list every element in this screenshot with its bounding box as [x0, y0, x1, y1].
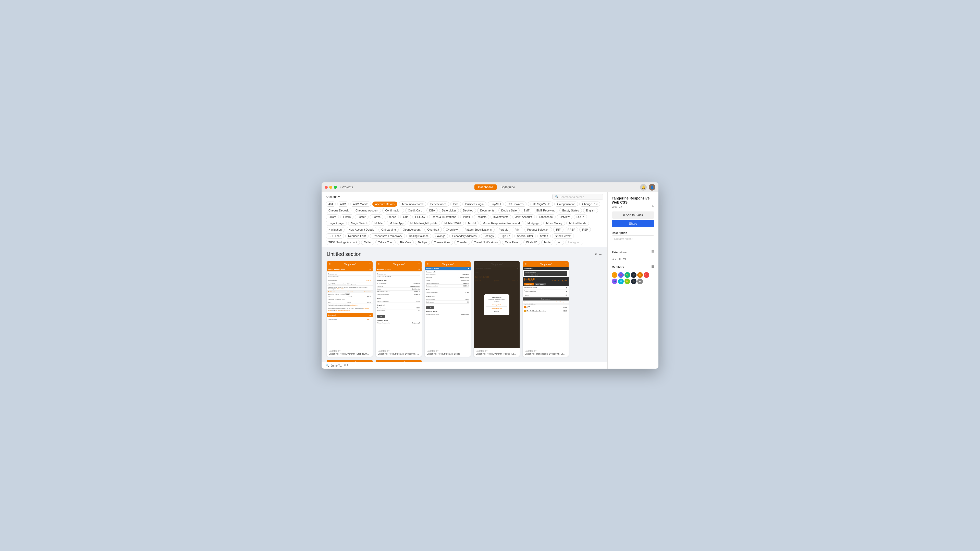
tab-styleguide[interactable]: Styleguide — [497, 184, 519, 190]
tag-desktop[interactable]: Desktop — [460, 208, 476, 213]
tag-emt[interactable]: EMT — [521, 208, 532, 213]
tag-cafe[interactable]: Cafe SignMeUp — [528, 202, 553, 206]
tag-mobile-swat[interactable]: Mobile SWAT — [442, 221, 464, 226]
tag-heloc[interactable]: HELOC — [412, 214, 428, 219]
tag-navigation[interactable]: Navigation — [326, 227, 345, 232]
tag-404[interactable]: 404 — [326, 202, 336, 206]
section-dropdown-btn[interactable]: ▾ — [595, 252, 597, 257]
extensions-settings-icon[interactable]: ☰ — [651, 250, 654, 254]
tag-move-money[interactable]: Move Money — [543, 221, 565, 226]
tag-rrsp[interactable]: RRSP — [565, 227, 578, 232]
tag-onboarding[interactable]: Onboarding — [379, 227, 399, 232]
tag-product-selection[interactable]: Product Selection — [525, 227, 552, 232]
tag-joint-account[interactable]: Joint Account — [512, 214, 535, 219]
tag-log-in[interactable]: Log in — [574, 214, 587, 219]
tag-insights[interactable]: Insights — [474, 214, 489, 219]
tag-grid[interactable]: Grid — [400, 214, 411, 219]
add-to-slack-button[interactable]: # Add to Slack — [612, 211, 654, 219]
tag-change-pin[interactable]: Change PIN — [579, 202, 600, 206]
tag-chequing[interactable]: Chequing Account — [353, 208, 381, 213]
bell-icon[interactable]: 🔔 — [640, 184, 647, 191]
tag-transactions[interactable]: Transactions — [431, 240, 453, 245]
accrued-interest-btn[interactable]: Accrued interest — [486, 306, 508, 310]
card-transactions-dropdown[interactable]: ☰ Tangerine7 ? Transactions Account deta… — [523, 261, 569, 357]
tag-tooltips[interactable]: Tooltips — [415, 240, 430, 245]
close-button[interactable] — [325, 186, 328, 189]
tag-investments[interactable]: Investments — [490, 214, 511, 219]
tag-streetperfect[interactable]: StreetPerfect — [552, 233, 574, 238]
description-area[interactable]: Got any notes? — [612, 235, 654, 248]
tag-reduced-font[interactable]: Reduced Font — [345, 233, 369, 238]
tag-footer[interactable]: Footer — [355, 214, 369, 219]
tag-savings[interactable]: Savings — [433, 233, 448, 238]
tag-modal[interactable]: Modal — [465, 221, 479, 226]
edit-icon[interactable]: ✎ — [652, 205, 654, 208]
minimize-button[interactable] — [329, 186, 332, 189]
tag-abm-mobile[interactable]: ABM Mobile — [350, 202, 371, 206]
tag-mobile-insight[interactable]: Mobile Insight Update — [407, 221, 440, 226]
tag-portrait[interactable]: Portrait — [496, 227, 511, 232]
tag-date-picker[interactable]: Date picker — [439, 208, 459, 213]
tag-cc-rewards[interactable]: CC Rewards — [505, 202, 526, 206]
tag-new-account[interactable]: New Account Details — [346, 227, 377, 232]
avatar-icon[interactable]: 👤 — [649, 184, 655, 191]
tag-landscape[interactable]: Landscape — [536, 214, 555, 219]
tag-overdraft[interactable]: Overdraft — [425, 227, 442, 232]
card-account-details-leslie[interactable]: ☰ Tangerine7 ? Account details ▼ Account… — [425, 261, 471, 357]
tag-documents[interactable]: Documents — [477, 208, 497, 213]
tag-pattern[interactable]: Pattern Specifications — [462, 227, 494, 232]
section-more-btn[interactable]: ··· — [599, 252, 602, 257]
share-button[interactable]: Share — [612, 220, 654, 227]
tag-mobile[interactable]: Mobile — [372, 221, 385, 226]
tag-beneficiaries[interactable]: Beneficiaries — [428, 202, 449, 206]
tag-account-overview[interactable]: Account overview — [399, 202, 426, 206]
tag-transfer[interactable]: Transfer — [454, 240, 470, 245]
tag-mg[interactable]: mg — [555, 240, 564, 245]
tag-mobile-app[interactable]: Mobile App — [387, 221, 406, 226]
tag-inbox[interactable]: Inbox — [460, 214, 473, 219]
tag-abm[interactable]: ABM — [337, 202, 349, 206]
tag-mortgage[interactable]: Mortgage — [525, 221, 542, 226]
tag-type-ramp[interactable]: Type Ramp — [502, 240, 522, 245]
tag-untagged[interactable]: Untagged — [565, 240, 583, 245]
tag-secondary-address[interactable]: Secondary Address — [449, 233, 479, 238]
tag-icons[interactable]: Icons & Illustrations — [429, 214, 459, 219]
tag-filters[interactable]: Filters — [340, 214, 353, 219]
tag-states[interactable]: States — [537, 233, 551, 238]
tag-rsp[interactable]: RSP — [579, 227, 591, 232]
tag-rolling[interactable]: Rolling Balance — [406, 233, 431, 238]
tag-listview[interactable]: Listview — [557, 214, 573, 219]
tag-logout[interactable]: Logout page — [326, 221, 347, 226]
tag-buysell[interactable]: Buy/Sell — [488, 202, 504, 206]
tag-errors[interactable]: Errors — [326, 214, 339, 219]
tag-forms[interactable]: Forms — [370, 214, 383, 219]
card-holds-overdraft[interactable]: ☰ Tangerine7 ? Holds and Overdraft ▲ Tra… — [327, 261, 372, 357]
tag-credit-card[interactable]: Credit Card — [405, 208, 425, 213]
tag-tile-view[interactable]: Tile View — [397, 240, 414, 245]
cancel-btn[interactable]: Cancel — [486, 310, 508, 313]
tag-leslie[interactable]: leslie — [541, 240, 553, 245]
tag-wihwio[interactable]: WIHWIO — [523, 240, 540, 245]
tag-account-details[interactable]: Account Details — [372, 202, 397, 206]
tag-open-account[interactable]: Open Account — [400, 227, 423, 232]
tag-take-a-tour[interactable]: Take a Tour — [375, 240, 396, 245]
tag-cheque-deposit[interactable]: Cheque Deposit — [326, 208, 352, 213]
tag-dea[interactable]: DEA — [426, 208, 438, 213]
card-account-details-dropdown[interactable]: ☰ Tangerine7 ? Account details ▲ Transac… — [375, 261, 422, 357]
members-settings-icon[interactable]: ☰ — [651, 265, 654, 268]
tag-tfsa[interactable]: TFSA Savings Account — [326, 240, 360, 245]
tag-confirmation[interactable]: Confirmation — [382, 208, 404, 213]
tag-double-safe[interactable]: Double Safe — [498, 208, 520, 213]
tag-modal-responsive[interactable]: Modal Responsive Framework — [480, 221, 523, 226]
tag-bills[interactable]: Bills — [450, 202, 461, 206]
tag-categorization[interactable]: Categorization — [554, 202, 578, 206]
card-holds-popup[interactable]: ☰ Tangerine7 ? Holds and Overdraft ▼ Hol… — [474, 261, 520, 357]
tag-travel[interactable]: Travel Notifications — [471, 240, 501, 245]
card-partial-1[interactable]: ☰ Tangerine7 ? — [327, 360, 372, 362]
tag-emt-receiving[interactable]: EMT Receiving — [534, 208, 558, 213]
tag-rsp-loan[interactable]: RSP Loan — [326, 233, 344, 238]
tag-english[interactable]: English — [583, 208, 598, 213]
tag-mutual-funds[interactable]: Mutual Funds — [566, 221, 589, 226]
tag-magic-switch[interactable]: Magic Switch — [348, 221, 370, 226]
tag-special-offer[interactable]: Special Offer — [514, 233, 536, 238]
